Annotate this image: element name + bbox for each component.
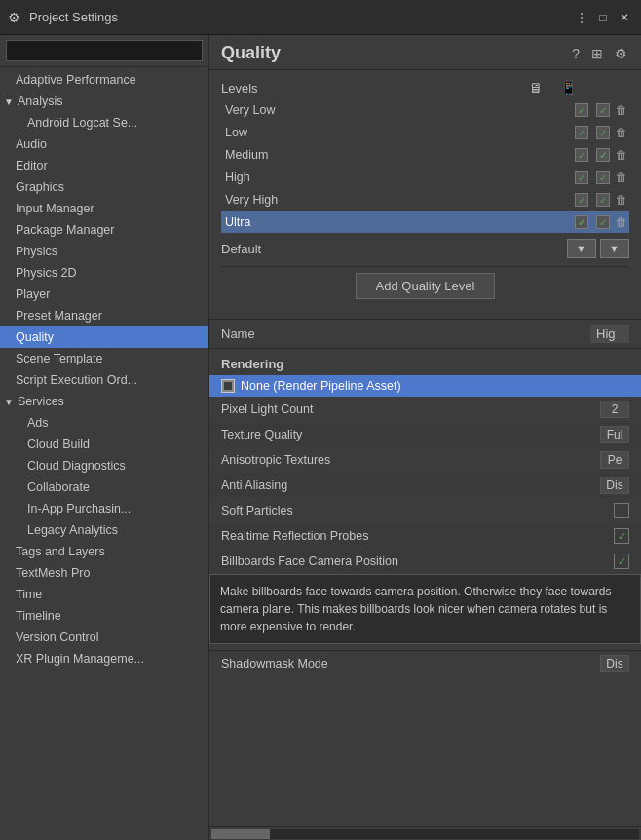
main-container: Adaptive Performance Analysis Android Lo…	[0, 35, 641, 840]
expand-icon	[4, 397, 14, 407]
dropdown-arrow: ▼	[576, 243, 586, 254]
pipeline-asset-icon	[221, 379, 235, 393]
android-check-medium[interactable]	[596, 148, 610, 162]
layout-button[interactable]: ⊞	[589, 44, 605, 63]
add-quality-button[interactable]: Add Quality Level	[356, 273, 496, 299]
menu-button[interactable]: ⋮	[573, 9, 590, 26]
property-value: Pe	[600, 451, 629, 469]
sidebar-item-in-app-purchasing[interactable]: In-App Purchasin...	[0, 498, 208, 519]
bottom-scrollbar[interactable]	[209, 826, 641, 840]
android-check-very-low[interactable]	[596, 103, 610, 117]
property-row-anti-aliasing: Anti Aliasing Dis	[209, 473, 641, 498]
quality-name: High	[221, 171, 575, 184]
sidebar-item-audio[interactable]: Audio	[0, 134, 208, 155]
sidebar-item-cloud-diagnostics[interactable]: Cloud Diagnostics	[0, 455, 208, 477]
sidebar-item-physics[interactable]: Physics	[0, 241, 208, 262]
delete-very-high[interactable]: 🗑	[614, 192, 629, 208]
monitor-icon: 🖥	[529, 80, 543, 95]
sidebar-item-tags-and-layers[interactable]: Tags and Layers	[0, 541, 208, 562]
sidebar-item-collaborate[interactable]: Collaborate	[0, 477, 208, 498]
sidebar: Adaptive Performance Analysis Android Lo…	[0, 35, 209, 840]
sidebar-item-scene-template[interactable]: Scene Template	[0, 348, 208, 369]
sidebar-item-cloud-build[interactable]: Cloud Build	[0, 434, 208, 455]
android-check-very-high[interactable]	[596, 193, 610, 207]
sidebar-item-editor[interactable]: Editor	[0, 155, 208, 176]
sidebar-item-android-logcat[interactable]: Android Logcat Se...	[0, 112, 208, 134]
property-name: Anisotropic Textures	[221, 453, 600, 467]
maximize-button[interactable]: □	[594, 9, 612, 26]
close-button[interactable]: ✕	[616, 9, 633, 26]
pc-check-very-high[interactable]	[575, 193, 588, 207]
render-pipeline-row[interactable]: None (Render Pipeline Asset)	[209, 375, 641, 397]
sidebar-label: Audio	[16, 137, 47, 151]
sidebar-label: Services	[18, 395, 64, 408]
quality-row-low: Low 🗑	[221, 122, 629, 143]
android-check-high[interactable]	[596, 171, 610, 184]
sidebar-item-input-manager[interactable]: Input Manager	[0, 198, 208, 219]
delete-medium[interactable]: 🗑	[614, 147, 629, 163]
content-area: Quality ? ⊞ ⚙ Levels 🖥 📱	[209, 35, 641, 840]
property-value: 2	[600, 401, 629, 418]
settings-button[interactable]: ⚙	[613, 44, 629, 63]
sidebar-item-time[interactable]: Time	[0, 584, 208, 605]
help-button[interactable]: ?	[570, 44, 582, 63]
quality-checks	[575, 148, 610, 162]
window-controls: ⋮ □ ✕	[573, 9, 633, 26]
sidebar-label: Legacy Analytics	[27, 523, 118, 537]
delete-very-low[interactable]: 🗑	[614, 102, 629, 118]
property-name: Billboards Face Camera Position	[221, 554, 614, 568]
sidebar-item-physics-2d[interactable]: Physics 2D	[0, 262, 208, 284]
sidebar-item-services[interactable]: Services	[0, 391, 208, 412]
search-input[interactable]	[6, 40, 203, 61]
billboards-checkbox[interactable]	[614, 554, 629, 569]
android-default-dropdown[interactable]: ▼	[600, 239, 629, 258]
pc-check-very-low[interactable]	[575, 103, 588, 117]
delete-ultra[interactable]: 🗑	[614, 214, 629, 230]
sidebar-item-analysis[interactable]: Analysis	[0, 91, 208, 112]
sidebar-item-script-execution-order[interactable]: Script Execution Ord...	[0, 369, 208, 391]
sidebar-item-ads[interactable]: Ads	[0, 412, 208, 434]
pc-default-dropdown[interactable]: ▼	[567, 239, 596, 258]
sidebar-item-quality[interactable]: Quality	[0, 326, 208, 348]
android-check-ultra[interactable]	[596, 215, 610, 229]
shadowmask-label: Shadowmask Mode	[221, 657, 600, 670]
pc-check-medium[interactable]	[575, 148, 588, 162]
sidebar-label: Time	[16, 588, 42, 601]
sidebar-item-package-manager[interactable]: Package Manager	[0, 219, 208, 241]
sidebar-label: TextMesh Pro	[16, 566, 90, 580]
property-name: Pixel Light Count	[221, 402, 600, 416]
sidebar-item-preset-manager[interactable]: Preset Manager	[0, 305, 208, 326]
quality-row-medium: Medium 🗑	[221, 144, 629, 166]
quality-name: Very Low	[221, 103, 575, 117]
sidebar-item-timeline[interactable]: Timeline	[0, 605, 208, 627]
h-scrollbar-thumb[interactable]	[211, 829, 270, 839]
sidebar-item-textmesh-pro[interactable]: TextMesh Pro	[0, 562, 208, 584]
delete-low[interactable]: 🗑	[614, 125, 629, 140]
android-check-low[interactable]	[596, 126, 610, 139]
sidebar-label: Scene Template	[16, 352, 102, 365]
h-scrollbar-track	[211, 829, 639, 839]
sidebar-item-adaptive-performance[interactable]: Adaptive Performance	[0, 69, 208, 91]
pc-check-high[interactable]	[575, 171, 588, 184]
property-row-soft-particles: Soft Particles	[209, 498, 641, 523]
divider	[221, 266, 629, 267]
property-name: Texture Quality	[221, 428, 600, 441]
content-scroll[interactable]: Levels 🖥 📱 Very Low 🗑	[209, 70, 641, 826]
sidebar-item-version-control[interactable]: Version Control	[0, 627, 208, 648]
sidebar-item-xr-plugin-management[interactable]: XR Plugin Manageme...	[0, 648, 208, 669]
sidebar-item-legacy-analytics[interactable]: Legacy Analytics	[0, 519, 208, 541]
pc-check-low[interactable]	[575, 126, 588, 139]
default-dropdowns: ▼ ▼	[567, 239, 629, 258]
sidebar-item-player[interactable]: Player	[0, 284, 208, 305]
soft-particles-checkbox[interactable]	[614, 503, 629, 518]
sidebar-label: Graphics	[16, 180, 64, 194]
property-value: Ful	[600, 426, 629, 443]
pc-check-ultra[interactable]	[575, 215, 588, 229]
quality-name: Very High	[221, 193, 575, 207]
sidebar-label: Input Manager	[16, 202, 94, 215]
sidebar-item-graphics[interactable]: Graphics	[0, 176, 208, 198]
title-bar: ⚙ Project Settings ⋮ □ ✕	[0, 0, 641, 35]
search-bar	[0, 35, 208, 67]
delete-high[interactable]: 🗑	[614, 170, 629, 185]
realtime-reflection-checkbox[interactable]	[614, 528, 629, 544]
